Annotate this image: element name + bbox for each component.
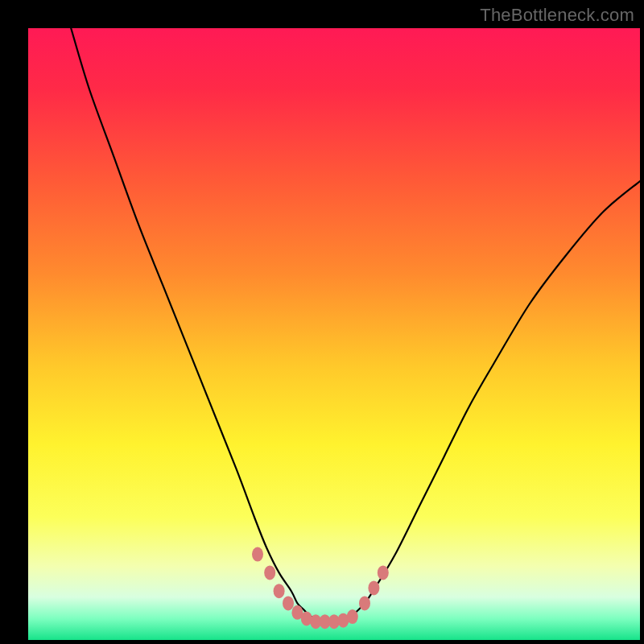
watermark-text: TheBottleneck.com: [480, 5, 634, 26]
chart-frame: TheBottleneck.com: [0, 0, 644, 644]
background-gradient: [28, 28, 640, 640]
svg-rect-0: [28, 28, 640, 640]
plot-area: [28, 28, 640, 640]
